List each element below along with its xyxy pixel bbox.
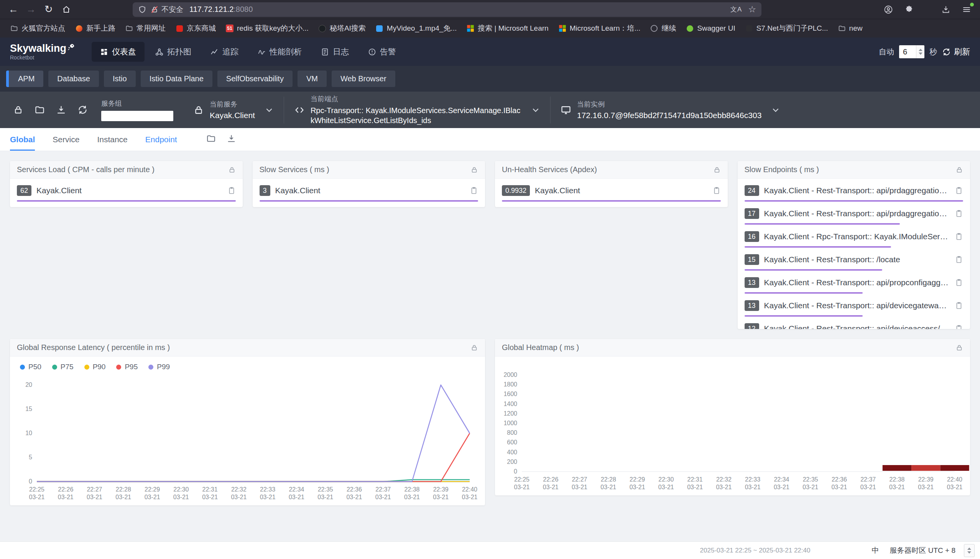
svg-text:22:38: 22:38 — [889, 476, 904, 483]
dashboard-tab[interactable]: Web Browser — [332, 71, 395, 87]
scope-tab[interactable]: Service — [53, 128, 79, 150]
metric-name[interactable]: Kayak.Client — [275, 186, 465, 195]
extensions-icon[interactable] — [900, 2, 918, 17]
copy-icon[interactable] — [955, 232, 963, 241]
folder-icon[interactable] — [206, 134, 216, 145]
legend-item[interactable]: P50 — [20, 363, 41, 371]
lock-icon[interactable] — [713, 166, 721, 174]
sync-icon[interactable] — [74, 101, 91, 119]
url-text[interactable]: 117.72.121.2:8080 — [189, 5, 253, 14]
folder-icon[interactable] — [31, 101, 48, 119]
bookmark-item[interactable]: 常用网址 — [121, 21, 170, 36]
bookmark-item[interactable]: 51 redis 获取key的大小... — [221, 21, 313, 36]
metric-name[interactable]: Kayak.Client - Rest-Transport:: /locate — [764, 255, 950, 264]
bookmark-item[interactable]: Microsoft Learn：培... — [554, 21, 645, 36]
lock-icon[interactable] — [10, 101, 26, 119]
metric-name[interactable]: Kayak.Client - Rest-Transport:: api/devi… — [764, 301, 950, 310]
metric-name[interactable]: Kayak.Client - Rest-Transport:: api/prda… — [764, 186, 950, 195]
dashboard-tab[interactable]: SelfObservability — [217, 71, 293, 87]
nav-item[interactable]: 仪表盘 — [92, 42, 145, 62]
svg-text:03-21: 03-21 — [433, 494, 449, 500]
nav-item[interactable]: 日志 — [312, 42, 357, 62]
refresh-button[interactable]: 刷新 — [942, 46, 970, 57]
nav-item[interactable]: 拓扑图 — [147, 42, 200, 62]
bookmark-item[interactable]: 搜索 | Microsoft Learn — [463, 21, 552, 36]
current-instance-selector[interactable]: 当前实例 172.16.0.7@9fe58bd2f715471d9a150ebb… — [550, 97, 790, 124]
dashboard-tab[interactable]: APM — [6, 71, 43, 87]
copy-icon[interactable] — [955, 186, 963, 195]
metric-name[interactable]: Kayak.Client - Rest-Transport:: api/prop… — [764, 278, 950, 287]
topology-icon — [155, 48, 164, 56]
nav-item[interactable]: 告警 — [360, 42, 405, 62]
forward-button[interactable]: → — [22, 2, 40, 17]
bookmark-item[interactable]: 火狐官方站点 — [6, 21, 69, 36]
reload-button[interactable]: ↻ — [40, 2, 58, 17]
copy-icon[interactable] — [227, 186, 236, 195]
legend-item[interactable]: P99 — [149, 363, 170, 371]
translate-icon[interactable]: 文A — [730, 5, 742, 14]
scope-tab[interactable]: Instance — [97, 128, 127, 150]
lock-icon[interactable] — [471, 166, 478, 174]
copy-icon[interactable] — [470, 186, 478, 195]
interval-input[interactable] — [899, 45, 916, 58]
app-logo[interactable]: Skywalking Rocketbot — [10, 43, 75, 60]
metric-name[interactable]: Kayak.Client - Rest-Transport:: api/prda… — [764, 209, 950, 218]
chevron-down-icon[interactable] — [531, 106, 540, 115]
bookmark-item[interactable]: S7.Net与西门子PLC... — [741, 21, 832, 36]
copy-icon[interactable] — [955, 324, 963, 329]
lock-icon[interactable] — [471, 344, 478, 352]
dashboard-tab[interactable]: Istio — [104, 71, 136, 87]
chevron-down-icon[interactable] — [264, 106, 274, 115]
legend-item[interactable]: P95 — [116, 363, 138, 371]
tracking-shield-icon[interactable] — [138, 5, 147, 14]
metric-name[interactable]: Kayak.Client — [36, 186, 222, 195]
nav-item[interactable]: 性能剖析 — [249, 42, 310, 62]
dashboard-tab[interactable]: Database — [48, 71, 99, 87]
metric-name[interactable]: Kayak.Client - Rest-Transport:: api/devi… — [764, 324, 950, 329]
bookmark-item[interactable]: Swagger UI — [682, 22, 739, 35]
bookmark-item[interactable]: 新手上路 — [71, 21, 120, 36]
account-icon[interactable] — [879, 2, 897, 17]
nav-item[interactable]: 追踪 — [202, 42, 247, 62]
dashboard-tab[interactable]: VM — [297, 71, 327, 87]
current-endpoint-selector[interactable]: 当前端点 Rpc-Transport:: Kayak.IModuleServic… — [284, 97, 550, 124]
timezone-stepper[interactable] — [964, 544, 975, 557]
chevron-down-icon[interactable] — [771, 106, 780, 115]
copy-icon[interactable] — [955, 301, 963, 310]
bookmark-item[interactable]: 京东商城 — [171, 21, 220, 36]
scope-tab[interactable]: Endpoint — [145, 128, 177, 150]
export-icon[interactable] — [53, 101, 69, 119]
nav-item-label: 拓扑图 — [167, 46, 191, 57]
lock-icon[interactable] — [955, 344, 963, 352]
bookmark-item[interactable]: MyVideo_1.mp4_免... — [372, 21, 461, 36]
address-bar[interactable]: 不安全 117.72.121.2:8080 文A ☆ — [133, 2, 762, 17]
legend-item[interactable]: P75 — [52, 363, 74, 371]
bookmark-item[interactable]: new — [834, 22, 867, 35]
selector-toolbar: 服务组 当前服务 Kayak.Client 当前端点 Rpc-Transport… — [0, 92, 980, 128]
downloads-icon[interactable] — [937, 2, 955, 17]
copy-icon[interactable] — [712, 186, 721, 195]
bookmark-item[interactable]: 继续 — [646, 21, 680, 36]
lock-icon[interactable] — [955, 166, 963, 174]
copy-icon[interactable] — [955, 209, 963, 218]
lock-icon[interactable] — [228, 166, 236, 174]
dashboard-tab[interactable]: Istio Data Plane — [141, 71, 212, 87]
legend-label: P50 — [28, 363, 41, 371]
language-toggle[interactable]: 中 — [871, 546, 879, 556]
home-button[interactable] — [58, 2, 75, 17]
service-group-input[interactable] — [101, 111, 173, 121]
interval-stepper[interactable] — [899, 45, 924, 58]
current-service-selector[interactable]: 当前服务 Kayak.Client — [183, 97, 284, 124]
copy-icon[interactable] — [955, 255, 963, 264]
legend-item[interactable]: P90 — [84, 363, 106, 371]
bookmark-item[interactable]: 秘塔AI搜索 — [314, 21, 370, 36]
stepper-arrows[interactable] — [916, 45, 924, 58]
copy-icon[interactable] — [955, 278, 963, 287]
scope-tab[interactable]: Global — [10, 128, 35, 150]
back-button[interactable]: ← — [5, 2, 22, 17]
download-icon[interactable] — [226, 134, 236, 145]
metric-name[interactable]: Kayak.Client - Rpc-Transport:: Kayak.IMo… — [764, 232, 950, 241]
bookmark-star-icon[interactable]: ☆ — [748, 4, 756, 15]
security-chip[interactable]: 不安全 — [150, 5, 183, 15]
metric-name[interactable]: Kayak.Client — [535, 186, 707, 195]
